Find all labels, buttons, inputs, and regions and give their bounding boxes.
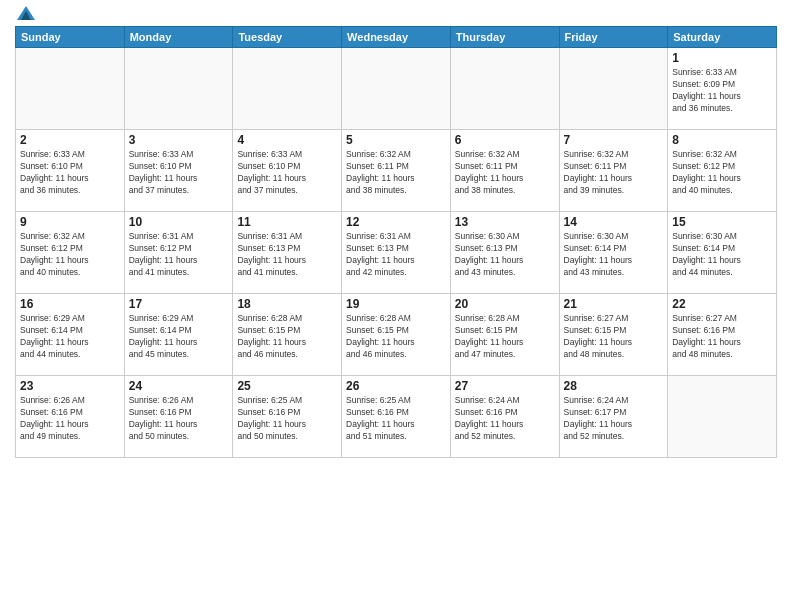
day-cell: 2Sunrise: 6:33 AMSunset: 6:10 PMDaylight… [16,130,125,212]
day-number: 27 [455,379,555,393]
day-info: Sunrise: 6:28 AMSunset: 6:15 PMDaylight:… [237,313,337,361]
weekday-header-sunday: Sunday [16,27,125,48]
day-info: Sunrise: 6:32 AMSunset: 6:11 PMDaylight:… [564,149,664,197]
day-number: 9 [20,215,120,229]
day-info: Sunrise: 6:33 AMSunset: 6:10 PMDaylight:… [20,149,120,197]
day-cell: 4Sunrise: 6:33 AMSunset: 6:10 PMDaylight… [233,130,342,212]
week-row-4: 16Sunrise: 6:29 AMSunset: 6:14 PMDayligh… [16,294,777,376]
day-cell: 27Sunrise: 6:24 AMSunset: 6:16 PMDayligh… [450,376,559,458]
day-cell [342,48,451,130]
day-info: Sunrise: 6:32 AMSunset: 6:11 PMDaylight:… [455,149,555,197]
day-cell: 7Sunrise: 6:32 AMSunset: 6:11 PMDaylight… [559,130,668,212]
week-row-5: 23Sunrise: 6:26 AMSunset: 6:16 PMDayligh… [16,376,777,458]
logo [15,10,35,20]
week-row-1: 1Sunrise: 6:33 AMSunset: 6:09 PMDaylight… [16,48,777,130]
day-number: 21 [564,297,664,311]
day-number: 22 [672,297,772,311]
calendar: SundayMondayTuesdayWednesdayThursdayFrid… [15,26,777,458]
day-info: Sunrise: 6:29 AMSunset: 6:14 PMDaylight:… [20,313,120,361]
day-cell: 18Sunrise: 6:28 AMSunset: 6:15 PMDayligh… [233,294,342,376]
day-info: Sunrise: 6:24 AMSunset: 6:17 PMDaylight:… [564,395,664,443]
day-cell: 28Sunrise: 6:24 AMSunset: 6:17 PMDayligh… [559,376,668,458]
day-info: Sunrise: 6:26 AMSunset: 6:16 PMDaylight:… [129,395,229,443]
day-info: Sunrise: 6:33 AMSunset: 6:09 PMDaylight:… [672,67,772,115]
day-cell: 6Sunrise: 6:32 AMSunset: 6:11 PMDaylight… [450,130,559,212]
day-info: Sunrise: 6:32 AMSunset: 6:11 PMDaylight:… [346,149,446,197]
day-cell: 19Sunrise: 6:28 AMSunset: 6:15 PMDayligh… [342,294,451,376]
week-row-3: 9Sunrise: 6:32 AMSunset: 6:12 PMDaylight… [16,212,777,294]
day-number: 19 [346,297,446,311]
day-cell: 11Sunrise: 6:31 AMSunset: 6:13 PMDayligh… [233,212,342,294]
day-info: Sunrise: 6:28 AMSunset: 6:15 PMDaylight:… [346,313,446,361]
day-number: 25 [237,379,337,393]
day-info: Sunrise: 6:26 AMSunset: 6:16 PMDaylight:… [20,395,120,443]
day-info: Sunrise: 6:27 AMSunset: 6:16 PMDaylight:… [672,313,772,361]
day-number: 18 [237,297,337,311]
day-number: 7 [564,133,664,147]
day-number: 12 [346,215,446,229]
day-number: 3 [129,133,229,147]
day-number: 28 [564,379,664,393]
day-cell [559,48,668,130]
day-info: Sunrise: 6:32 AMSunset: 6:12 PMDaylight:… [672,149,772,197]
day-cell [233,48,342,130]
day-number: 16 [20,297,120,311]
day-cell: 24Sunrise: 6:26 AMSunset: 6:16 PMDayligh… [124,376,233,458]
weekday-header-monday: Monday [124,27,233,48]
day-number: 20 [455,297,555,311]
day-info: Sunrise: 6:30 AMSunset: 6:14 PMDaylight:… [672,231,772,279]
weekday-header-thursday: Thursday [450,27,559,48]
day-info: Sunrise: 6:25 AMSunset: 6:16 PMDaylight:… [237,395,337,443]
day-cell: 5Sunrise: 6:32 AMSunset: 6:11 PMDaylight… [342,130,451,212]
day-info: Sunrise: 6:33 AMSunset: 6:10 PMDaylight:… [237,149,337,197]
day-cell: 26Sunrise: 6:25 AMSunset: 6:16 PMDayligh… [342,376,451,458]
day-number: 24 [129,379,229,393]
weekday-header-tuesday: Tuesday [233,27,342,48]
day-cell: 17Sunrise: 6:29 AMSunset: 6:14 PMDayligh… [124,294,233,376]
weekday-header-wednesday: Wednesday [342,27,451,48]
week-row-2: 2Sunrise: 6:33 AMSunset: 6:10 PMDaylight… [16,130,777,212]
day-number: 4 [237,133,337,147]
day-info: Sunrise: 6:31 AMSunset: 6:12 PMDaylight:… [129,231,229,279]
day-cell [16,48,125,130]
day-info: Sunrise: 6:29 AMSunset: 6:14 PMDaylight:… [129,313,229,361]
day-number: 17 [129,297,229,311]
day-number: 15 [672,215,772,229]
day-cell: 23Sunrise: 6:26 AMSunset: 6:16 PMDayligh… [16,376,125,458]
weekday-header-friday: Friday [559,27,668,48]
day-info: Sunrise: 6:31 AMSunset: 6:13 PMDaylight:… [237,231,337,279]
day-info: Sunrise: 6:24 AMSunset: 6:16 PMDaylight:… [455,395,555,443]
day-cell [124,48,233,130]
day-cell: 21Sunrise: 6:27 AMSunset: 6:15 PMDayligh… [559,294,668,376]
day-info: Sunrise: 6:31 AMSunset: 6:13 PMDaylight:… [346,231,446,279]
day-cell: 3Sunrise: 6:33 AMSunset: 6:10 PMDaylight… [124,130,233,212]
weekday-header-row: SundayMondayTuesdayWednesdayThursdayFrid… [16,27,777,48]
day-number: 8 [672,133,772,147]
day-number: 5 [346,133,446,147]
day-number: 23 [20,379,120,393]
day-cell: 20Sunrise: 6:28 AMSunset: 6:15 PMDayligh… [450,294,559,376]
day-cell [450,48,559,130]
day-cell: 14Sunrise: 6:30 AMSunset: 6:14 PMDayligh… [559,212,668,294]
day-cell: 1Sunrise: 6:33 AMSunset: 6:09 PMDaylight… [668,48,777,130]
day-cell: 10Sunrise: 6:31 AMSunset: 6:12 PMDayligh… [124,212,233,294]
day-cell: 22Sunrise: 6:27 AMSunset: 6:16 PMDayligh… [668,294,777,376]
day-cell: 13Sunrise: 6:30 AMSunset: 6:13 PMDayligh… [450,212,559,294]
day-cell: 16Sunrise: 6:29 AMSunset: 6:14 PMDayligh… [16,294,125,376]
day-cell: 12Sunrise: 6:31 AMSunset: 6:13 PMDayligh… [342,212,451,294]
day-number: 2 [20,133,120,147]
day-cell: 8Sunrise: 6:32 AMSunset: 6:12 PMDaylight… [668,130,777,212]
day-cell [668,376,777,458]
header [15,10,777,20]
day-info: Sunrise: 6:30 AMSunset: 6:14 PMDaylight:… [564,231,664,279]
page: SundayMondayTuesdayWednesdayThursdayFrid… [0,0,792,612]
day-info: Sunrise: 6:30 AMSunset: 6:13 PMDaylight:… [455,231,555,279]
day-number: 13 [455,215,555,229]
day-info: Sunrise: 6:33 AMSunset: 6:10 PMDaylight:… [129,149,229,197]
day-number: 6 [455,133,555,147]
day-number: 14 [564,215,664,229]
day-number: 10 [129,215,229,229]
day-info: Sunrise: 6:28 AMSunset: 6:15 PMDaylight:… [455,313,555,361]
day-cell: 9Sunrise: 6:32 AMSunset: 6:12 PMDaylight… [16,212,125,294]
day-cell: 25Sunrise: 6:25 AMSunset: 6:16 PMDayligh… [233,376,342,458]
